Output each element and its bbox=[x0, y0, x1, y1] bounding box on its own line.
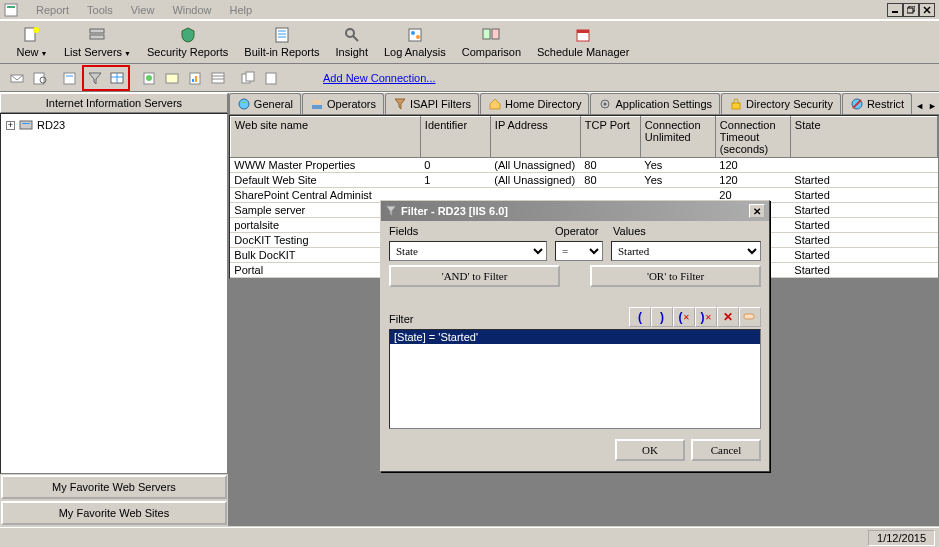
menu-window[interactable]: Window bbox=[164, 2, 219, 18]
paren-open-button[interactable]: ( bbox=[629, 307, 651, 327]
table-cell: (All Unassigned) bbox=[490, 173, 580, 188]
svg-rect-11 bbox=[276, 28, 288, 42]
or-button[interactable]: 'OR' to Filter bbox=[590, 265, 761, 287]
svg-point-51 bbox=[604, 103, 607, 106]
server-icon bbox=[88, 26, 108, 44]
column-header[interactable]: Web site name bbox=[230, 117, 420, 158]
svg-rect-21 bbox=[492, 29, 499, 39]
tab-home[interactable]: Home Directory bbox=[480, 93, 589, 114]
restore-button[interactable] bbox=[903, 3, 919, 17]
column-header[interactable]: Identifier bbox=[420, 117, 490, 158]
tab-app[interactable]: Application Settings bbox=[590, 93, 720, 114]
dialog-titlebar[interactable]: Filter - RD23 [IIS 6.0] ✕ bbox=[381, 201, 769, 221]
tool-insight[interactable]: Insight bbox=[328, 24, 376, 60]
paren-close-button[interactable]: ) bbox=[651, 307, 673, 327]
svg-rect-36 bbox=[192, 79, 194, 82]
values-select[interactable]: Started bbox=[611, 241, 761, 261]
menu-help[interactable]: Help bbox=[222, 2, 261, 18]
svg-point-18 bbox=[411, 31, 415, 35]
tab-isapi[interactable]: ISAPI Filters bbox=[385, 93, 479, 114]
tabs: General Operators ISAPI Filters Home Dir… bbox=[229, 93, 939, 115]
svg-point-33 bbox=[146, 75, 152, 81]
svg-rect-52 bbox=[732, 103, 740, 109]
filter-list[interactable]: [State] = 'Started' bbox=[389, 329, 761, 429]
menubar: Report Tools View Window Help bbox=[0, 0, 939, 20]
report-icon bbox=[272, 26, 292, 44]
svg-rect-1 bbox=[7, 6, 15, 8]
icon-btn-9[interactable] bbox=[207, 67, 229, 89]
server-tree[interactable]: + RD23 bbox=[0, 113, 228, 474]
icon-btn-2[interactable] bbox=[29, 67, 51, 89]
dialog-close-button[interactable]: ✕ bbox=[749, 204, 765, 218]
table-row[interactable]: Default Web Site1(All Unassigned)80Yes12… bbox=[230, 173, 937, 188]
menu-report[interactable]: Report bbox=[28, 2, 77, 18]
statusbar: 1/12/2015 bbox=[0, 527, 939, 547]
icon-btn-1[interactable] bbox=[6, 67, 28, 89]
icon-btn-10[interactable] bbox=[237, 67, 259, 89]
svg-rect-10 bbox=[90, 35, 104, 39]
tool-new[interactable]: New▼ bbox=[8, 24, 56, 60]
delete-filter-button[interactable]: ✕ bbox=[717, 307, 739, 327]
table-cell: WWW Master Properties bbox=[230, 158, 420, 173]
svg-rect-23 bbox=[577, 30, 589, 33]
table-cell: Started bbox=[790, 233, 937, 248]
tab-general[interactable]: General bbox=[229, 93, 301, 115]
svg-rect-20 bbox=[483, 29, 490, 39]
dialog-title-text: Filter - RD23 [IIS 6.0] bbox=[401, 205, 508, 217]
svg-rect-43 bbox=[266, 73, 276, 84]
column-header[interactable]: Connection Unlimited bbox=[640, 117, 715, 158]
table-cell: Yes bbox=[640, 158, 715, 173]
paren-open-del-button[interactable]: (✕ bbox=[673, 307, 695, 327]
tool-security[interactable]: Security Reports bbox=[139, 24, 236, 60]
sidebar-header[interactable]: Internet Information Servers bbox=[0, 93, 228, 113]
close-button[interactable] bbox=[919, 3, 935, 17]
svg-point-47 bbox=[313, 100, 317, 104]
column-header[interactable]: State bbox=[790, 117, 937, 158]
tool-schedule[interactable]: Schedule Manager bbox=[529, 24, 637, 60]
filter-section-label: Filter bbox=[389, 313, 413, 327]
tab-security[interactable]: Directory Security bbox=[721, 93, 841, 114]
column-header[interactable]: Connection Timeout (seconds) bbox=[715, 117, 790, 158]
icon-btn-8[interactable] bbox=[184, 67, 206, 89]
svg-point-48 bbox=[317, 100, 321, 104]
grid-icon-button[interactable] bbox=[106, 67, 128, 89]
column-header[interactable]: TCP Port bbox=[580, 117, 640, 158]
menu-tools[interactable]: Tools bbox=[79, 2, 121, 18]
table-cell: 80 bbox=[580, 158, 640, 173]
svg-rect-0 bbox=[5, 4, 17, 16]
svg-rect-17 bbox=[409, 29, 421, 41]
add-connection-link[interactable]: Add New Connection... bbox=[323, 72, 436, 84]
tab-scroll-right[interactable]: ► bbox=[926, 98, 939, 114]
window-controls bbox=[887, 3, 935, 17]
icon-btn-6[interactable] bbox=[138, 67, 160, 89]
menu-view[interactable]: View bbox=[123, 2, 163, 18]
tab-operators[interactable]: Operators bbox=[302, 93, 384, 114]
fields-select[interactable]: State bbox=[389, 241, 547, 261]
tree-node-rd23[interactable]: + RD23 bbox=[5, 118, 223, 132]
column-header[interactable]: IP Address bbox=[490, 117, 580, 158]
minimize-button[interactable] bbox=[887, 3, 903, 17]
clear-filter-button[interactable] bbox=[739, 307, 761, 327]
table-cell bbox=[790, 158, 937, 173]
tool-log[interactable]: Log Analysis bbox=[376, 24, 454, 60]
tool-builtin[interactable]: Built-in Reports bbox=[236, 24, 327, 60]
tab-scroll-left[interactable]: ◄ bbox=[913, 98, 926, 114]
tool-comparison[interactable]: Comparison bbox=[454, 24, 529, 60]
and-button[interactable]: 'AND' to Filter bbox=[389, 265, 560, 287]
filter-expression[interactable]: [State] = 'Started' bbox=[390, 330, 760, 344]
expand-icon[interactable]: + bbox=[6, 121, 15, 130]
ok-button[interactable]: OK bbox=[615, 439, 685, 461]
cancel-button[interactable]: Cancel bbox=[691, 439, 761, 461]
svg-point-15 bbox=[346, 29, 354, 37]
table-row[interactable]: WWW Master Properties0(All Unassigned)80… bbox=[230, 158, 937, 173]
tab-restrict[interactable]: Restrict bbox=[842, 93, 912, 114]
icon-btn-7[interactable] bbox=[161, 67, 183, 89]
tool-list-servers[interactable]: List Servers▼ bbox=[56, 24, 139, 60]
fav-web-servers[interactable]: My Favorite Web Servers bbox=[1, 475, 227, 499]
filter-icon-button[interactable] bbox=[84, 67, 106, 89]
icon-btn-3[interactable] bbox=[59, 67, 81, 89]
paren-close-del-button[interactable]: )✕ bbox=[695, 307, 717, 327]
fav-web-sites[interactable]: My Favorite Web Sites bbox=[1, 501, 227, 525]
icon-btn-11[interactable] bbox=[260, 67, 282, 89]
operator-select[interactable]: = bbox=[555, 241, 603, 261]
